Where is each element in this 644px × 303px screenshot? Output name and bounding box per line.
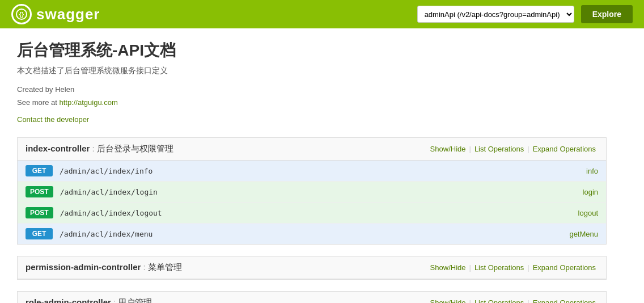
api-tag-login: login [583,188,598,196]
api-tag-logout: logout [578,209,598,217]
method-get-menu: GET [26,228,53,239]
page-description: 本文档描述了后台管理系统微服务接口定义 [17,66,607,76]
controller-permission-actions: Show/Hide | List Operations | Expand Ope… [428,263,598,272]
svg-text:{}: {} [19,11,24,18]
expand-ops-index[interactable]: Expand Operations [531,145,598,153]
api-path-info: /admin/acl/index/info [60,167,586,175]
controller-index-name: index-controller [26,144,90,153]
show-hide-index[interactable]: Show/Hide [428,145,468,153]
controller-index-title: index-controller : 后台登录与权限管理 [26,144,428,154]
api-path-menu: /admin/acl/index/menu [60,230,569,238]
controller-index-colon: : [90,144,97,153]
api-row-login[interactable]: POST /admin/acl/index/login login [18,182,606,203]
expand-ops-permission[interactable]: Expand Operations [531,263,598,272]
controller-role-header[interactable]: role-admin-controller : 用户管理 Show/Hide |… [18,292,606,303]
contact-link-container: Contact the developer [17,113,607,126]
list-ops-permission[interactable]: List Operations [472,263,526,272]
controller-role-name: role-admin-controller [26,297,111,303]
api-tag-info: info [586,167,598,175]
controller-role-colon: : [111,297,118,303]
api-path-logout: /admin/acl/index/logout [60,209,578,217]
list-ops-role[interactable]: List Operations [472,298,526,303]
controller-role: role-admin-controller : 用户管理 Show/Hide |… [17,291,607,303]
api-tag-menu: getMenu [569,230,598,238]
sep2: | [527,145,529,153]
show-hide-permission[interactable]: Show/Hide [428,263,468,272]
api-row-logout[interactable]: POST /admin/acl/index/logout logout [18,203,606,224]
controller-permission-cn: 菜单管理 [148,262,182,272]
explore-button[interactable]: Explore [581,5,633,23]
controller-permission-colon: : [141,262,148,272]
meta-created: Created by Helen See more at http://atgu… [17,83,607,110]
api-group-select[interactable]: adminApi (/v2/api-docs?group=adminApi) [417,6,574,23]
contact-developer-link[interactable]: Contact the developer [17,115,89,124]
sep4: | [527,263,529,272]
api-row-menu[interactable]: GET /admin/acl/index/menu getMenu [18,224,606,244]
method-post-logout: POST [26,207,53,218]
see-more-link[interactable]: http://atguigu.com [59,98,117,107]
expand-ops-role[interactable]: Expand Operations [531,298,598,303]
api-path-login: /admin/acl/index/login [60,188,583,196]
controller-index: index-controller : 后台登录与权限管理 Show/Hide |… [17,137,607,245]
swagger-logo-text: swagger [36,6,100,23]
controller-permission-title: permission-admin-controller : 菜单管理 [26,262,428,273]
api-row-info[interactable]: GET /admin/acl/index/info info [18,161,606,182]
controller-index-cn: 后台登录与权限管理 [97,144,173,153]
top-header: {} swagger adminApi (/v2/api-docs?group=… [0,0,644,28]
controller-role-actions: Show/Hide | List Operations | Expand Ope… [428,298,598,303]
controller-permission-name: permission-admin-controller [26,262,141,272]
list-ops-index[interactable]: List Operations [472,145,526,153]
main-content: 后台管理系统-API文档 本文档描述了后台管理系统微服务接口定义 Created… [0,28,624,303]
controller-role-title: role-admin-controller : 用户管理 [26,297,428,303]
method-get-info: GET [26,165,53,176]
controller-permission-header[interactable]: permission-admin-controller : 菜单管理 Show/… [18,256,606,279]
controller-index-header[interactable]: index-controller : 后台登录与权限管理 Show/Hide |… [18,138,606,161]
swagger-logo-icon: {} [11,4,32,24]
sep3: | [469,263,471,272]
method-post-login: POST [26,186,53,197]
controller-role-cn: 用户管理 [118,297,152,303]
sep6: | [527,298,529,303]
show-hide-role[interactable]: Show/Hide [428,298,468,303]
sep1: | [469,145,471,153]
controller-index-actions: Show/Hide | List Operations | Expand Ope… [428,145,598,153]
controller-permission: permission-admin-controller : 菜单管理 Show/… [17,256,607,280]
page-title: 后台管理系统-API文档 [17,40,607,61]
sep5: | [469,298,471,303]
logo-container: {} swagger [11,4,100,24]
